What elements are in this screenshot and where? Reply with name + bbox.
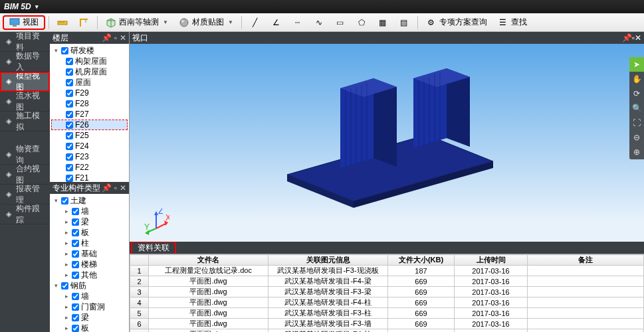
assoc-col-header[interactable] [130,255,149,266]
sidebar-item-模型视图[interactable]: ◈模型视图 [0,72,50,92]
expand-icon[interactable]: ▸ [63,208,70,214]
cat-node[interactable]: ▸其他 [51,270,128,280]
collapse-icon[interactable]: ▾ [53,282,59,289]
floor-check[interactable] [66,122,73,129]
floor-check[interactable] [66,68,73,76]
floor-check[interactable] [66,153,73,161]
sidebar-item-项目资料[interactable]: ◈项目资料 [0,32,50,52]
panel-menu-icon[interactable]: ▫ [114,183,117,193]
expand-icon[interactable]: ▸ [63,293,70,299]
cat-check[interactable] [72,218,79,226]
floor-check[interactable] [66,111,73,118]
collapse-icon[interactable]: ▾ [53,197,59,204]
expand-icon[interactable]: ▸ [63,314,70,321]
assoc-panel-title[interactable]: 资料关联 [131,241,176,255]
expand-icon[interactable]: ▸ [63,218,70,225]
zoom-in-tool[interactable]: 🔍 [629,101,644,116]
tool-b[interactable]: ∠ [267,15,286,30]
floor-check[interactable] [66,132,73,139]
tool-h[interactable]: ▤ [394,15,414,30]
cat-group[interactable]: ▾钢筋 [51,280,128,291]
pin-icon[interactable]: 📌 [102,33,112,42]
floor-node[interactable]: F28 [51,98,128,109]
collapse-icon[interactable]: ▾ [53,47,59,54]
tool-f[interactable]: ⬠ [352,15,372,30]
floor-node[interactable]: F21 [51,173,128,182]
sidebar-item-合约视图[interactable]: ◈合约视图 [0,165,50,185]
expand-icon[interactable]: ▸ [63,229,70,236]
cat-group[interactable]: ▾土建 [51,195,128,206]
sidebar-item-构件跟踪[interactable]: ◈构件跟踪 [0,205,50,224]
cat-check[interactable] [72,272,79,279]
floor-node[interactable]: F22 [51,162,128,173]
table-row[interactable]: 3平面图.dwg武汉某基地研发项目-F3-梁6692017-03-16 [130,287,644,297]
cat-node[interactable]: ▸柱 [51,238,128,248]
floor-node[interactable]: F24 [51,141,128,151]
expand-icon[interactable]: ▸ [63,303,70,310]
tool-a[interactable]: ╱ [245,15,265,30]
floor-check[interactable] [66,58,73,65]
table-row[interactable]: 2平面图.dwg武汉某基地研发项目-F4-梁6692017-03-16 [130,276,644,287]
cat-check[interactable] [72,314,79,321]
floor-root-check[interactable] [61,47,68,54]
tool-crane-button[interactable] [74,15,94,30]
expand-icon[interactable]: ▸ [63,240,70,246]
cat-check[interactable] [72,303,79,311]
table-row[interactable]: 6平面图.dwg武汉某基地研发项目-F3-墙6692017-03-16 [130,319,644,329]
floor-tree[interactable]: ▾研发楼构架屋面机房屋面屋面F29F28F27F26F25F24F23F22F2… [50,44,129,182]
app-menu-caret[interactable]: ▾ [35,3,39,10]
cat-group-check[interactable] [61,282,68,290]
assoc-table-wrap[interactable]: 文件名关联图元信息文件大小(KB)上传时间备注 1工程测量定位放线记录.doc武… [130,254,644,332]
pan-tool[interactable]: ✋ [629,72,644,86]
close-icon[interactable]: ✕ [120,33,126,42]
close-icon[interactable]: ✕ [635,33,641,42]
table-row[interactable]: 1工程测量定位放线记录.doc武汉某基地研发项目-F3-现浇板1872017-0… [130,266,644,276]
cat-node[interactable]: ▸梁 [51,216,128,227]
assoc-col-header[interactable]: 上传时间 [455,255,528,266]
cat-node[interactable]: ▸墙 [51,206,128,216]
cat-group-check[interactable] [61,197,68,205]
sidebar-item-施工模拟[interactable]: ◈施工模拟 [0,112,50,131]
cat-node[interactable]: ▸板 [51,227,128,238]
zoom-out-tool[interactable]: ⊖ [629,130,644,145]
category-tree[interactable]: ▾土建▸墙▸梁▸板▸柱▸基础▸楼梯▸其他▾钢筋▸墙▸门窗洞▸梁▸板▸柱▸基础 [50,194,129,332]
floor-node[interactable]: 屋面 [51,77,128,88]
cat-node[interactable]: ▸门窗洞 [51,301,128,312]
floor-node[interactable]: F26 [51,120,128,130]
orientation-dropdown[interactable]: 西南等轴测 ▼ [101,15,173,30]
tool-e[interactable]: ▭ [330,15,350,30]
floor-node[interactable]: F25 [51,130,128,141]
table-row[interactable]: 7平面图.dwg武汉某基地研发项目-F4-柱6692017-03-16 [130,329,644,333]
table-row[interactable]: 4平面图.dwg武汉某基地研发项目-F4-柱6692017-03-16 [130,297,644,308]
sidebar-item-报表管理[interactable]: ◈报表管理 [0,185,50,205]
tool-d[interactable]: ∿ [309,15,329,30]
cat-node[interactable]: ▸墙 [51,291,128,301]
floor-check[interactable] [66,175,73,182]
assoc-col-header[interactable]: 文件大小(KB) [388,255,455,266]
sidebar-item-流水视图[interactable]: ◈流水视图 [0,92,50,112]
cat-node[interactable]: ▸板 [51,323,128,332]
sidebar-item-物资查询[interactable]: ◈物资查询 [0,145,50,165]
floor-check[interactable] [66,164,73,171]
cat-check[interactable] [72,229,79,236]
cat-check[interactable] [72,208,79,215]
material-dropdown[interactable]: 材质贴图 ▼ [174,15,238,30]
expand-icon[interactable]: ▸ [63,272,70,278]
cat-node[interactable]: ▸楼梯 [51,259,128,270]
cat-node[interactable]: ▸基础 [51,248,128,259]
cat-check[interactable] [72,261,79,268]
viewport-3d[interactable]: Z X Y ➤ ✋ ⟳ 🔍 ⛶ ⊖ ⊕ [130,44,644,242]
find-button[interactable]: ☰ 查找 [493,15,532,30]
expand-icon[interactable]: ▸ [63,261,70,268]
floor-node[interactable]: 构架屋面 [51,56,128,66]
assoc-col-header[interactable]: 关联图元信息 [268,255,388,266]
pin-icon[interactable]: 📌 [102,183,112,193]
zoom-plus-tool[interactable]: ⊕ [629,145,644,159]
cat-check[interactable] [72,325,79,332]
cat-check[interactable] [72,293,79,300]
tool-c[interactable]: ┄ [288,15,308,30]
table-row[interactable]: 5平面图.dwg武汉某基地研发项目-F3-柱6692017-03-16 [130,308,644,319]
cat-node[interactable]: ▸梁 [51,312,128,323]
assoc-col-header[interactable]: 文件名 [149,255,268,266]
zoom-fit-tool[interactable]: ⛶ [629,116,644,130]
